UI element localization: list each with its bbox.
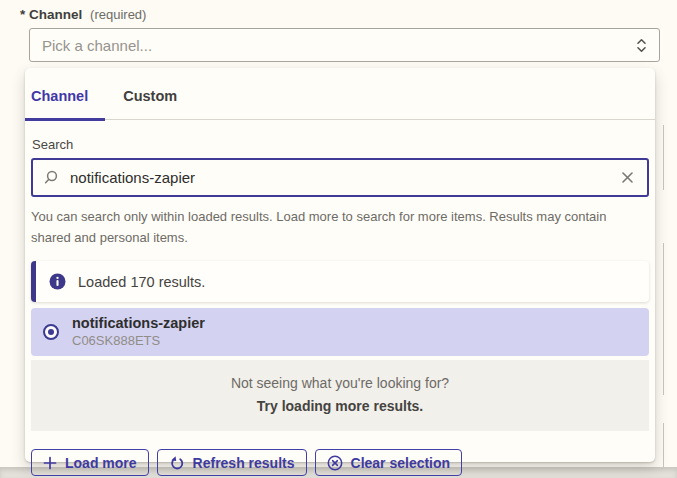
background-field-edge [663,243,664,395]
search-icon [44,170,59,185]
required-marker: * [20,7,25,22]
chevron-updown-icon [636,37,647,54]
panel-content: Search You can search only within loaded… [25,137,655,476]
load-more-label: Load more [65,455,137,471]
result-subtitle: C06SK888ETS [72,333,205,349]
tab-custom[interactable]: Custom [123,88,194,121]
result-row-selected[interactable]: notifications-zapier C06SK888ETS [31,308,649,356]
search-label: Search [32,137,649,152]
refresh-results-label: Refresh results [193,455,295,471]
close-icon[interactable] [619,169,636,186]
empty-hint-question: Not seeing what you're looking for? [41,375,639,391]
info-banner-text: Loaded 170 results. [78,274,205,290]
search-input[interactable] [68,168,619,187]
select-placeholder: Pick a channel... [42,37,152,54]
actions-row: Load more Refresh results [31,449,649,476]
load-more-button[interactable]: Load more [31,449,149,476]
tab-channel[interactable]: Channel [25,88,105,121]
search-input-wrap [31,158,649,197]
result-texts: notifications-zapier C06SK888ETS [72,315,205,349]
refresh-icon [169,455,185,471]
empty-hint-block: Not seeing what you're looking for? Try … [31,360,649,431]
empty-hint-suggestion: Try loading more results. [41,398,639,414]
clear-selection-button[interactable]: Clear selection [315,449,463,476]
channel-dropdown-panel: Channel Custom Search You can search onl… [25,68,655,462]
required-note: (required) [90,7,146,22]
background-field-edge [663,423,664,467]
field-label: Channel [29,7,82,22]
plus-icon [43,456,57,470]
clear-selection-label: Clear selection [351,455,451,471]
field-label-row: * Channel (required) [20,7,146,22]
info-banner: Loaded 170 results. [31,261,649,302]
channel-select[interactable]: Pick a channel... [29,28,660,62]
refresh-results-button[interactable]: Refresh results [157,449,307,476]
clear-circle-icon [327,455,343,471]
background-field-edge [663,125,664,190]
info-icon [49,273,66,290]
result-title: notifications-zapier [72,315,205,332]
radio-selected-icon[interactable] [43,324,59,340]
tabs-row: Channel Custom [25,68,655,120]
search-helper-text: You can search only within loaded result… [31,206,645,248]
